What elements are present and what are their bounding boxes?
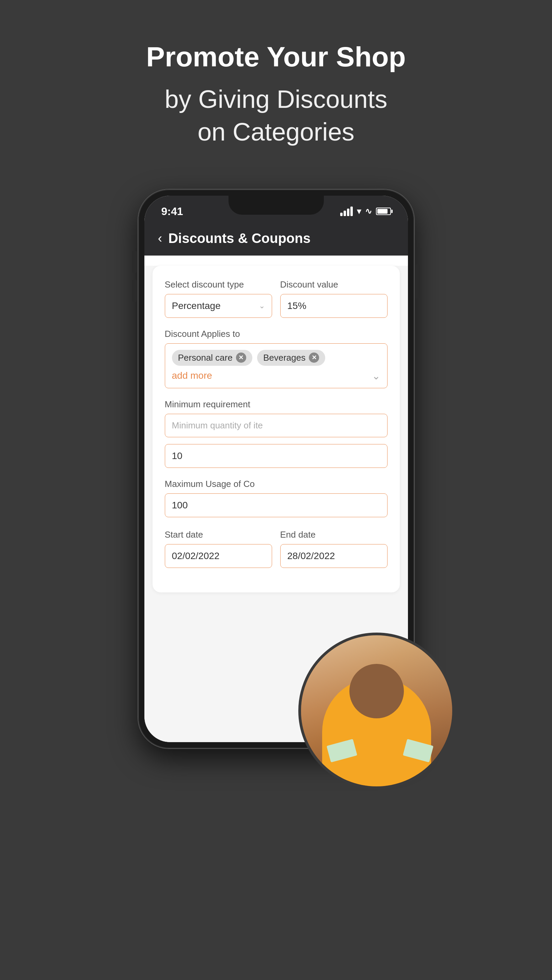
remove-beverages-button[interactable]: ✕	[309, 353, 319, 363]
page-background: Promote Your Shop by Giving Discounts on…	[0, 0, 552, 980]
page-subtitle: by Giving Discounts on Categories	[146, 83, 405, 148]
max-usage-input[interactable]: 100	[165, 493, 388, 517]
discount-row: Select discount type Percentage ⌄ Discou…	[165, 279, 388, 318]
applies-to-box[interactable]: Personal care ✕ Beverages ✕ add	[165, 343, 388, 388]
tags-row: Personal care ✕ Beverages ✕	[172, 350, 380, 366]
wifi-symbol: ∿	[365, 207, 372, 216]
min-qty-group: 10	[165, 444, 388, 468]
discount-value-group: Discount value 15%	[280, 279, 388, 318]
tag-label: Beverages	[263, 353, 305, 363]
add-more-chevron-icon: ⌄	[372, 370, 380, 382]
person-image	[298, 633, 455, 789]
min-req-label: Minimum requirement	[165, 399, 388, 410]
discount-type-group: Select discount type Percentage ⌄	[165, 279, 272, 318]
min-req-input[interactable]: Minimum quantity of ite	[165, 414, 388, 437]
volume-up-button	[132, 251, 137, 273]
battery-icon	[376, 208, 391, 215]
page-header: Promote Your Shop by Giving Discounts on…	[119, 0, 433, 176]
wifi-icon: ▾︎	[357, 207, 361, 216]
nav-bar: ‹ Discounts & Coupons	[144, 221, 408, 256]
discount-value-label: Discount value	[280, 279, 388, 290]
start-date-group: Start date 02/02/2022	[165, 530, 272, 568]
end-date-input[interactable]: 28/02/2022	[280, 544, 388, 568]
discount-type-label: Select discount type	[165, 279, 272, 290]
end-date-group: End date 28/02/2022	[280, 530, 388, 568]
max-usage-group: Maximum Usage of Co 100	[165, 479, 388, 517]
nav-title: Discounts & Coupons	[168, 231, 311, 246]
notch	[228, 196, 324, 215]
signal-icon	[340, 207, 353, 216]
add-more-row: add more ⌄	[172, 370, 380, 382]
applies-to-label: Discount Applies to	[165, 329, 388, 339]
applies-to-group: Discount Applies to Personal care ✕ Beve…	[165, 329, 388, 388]
page-title: Promote Your Shop	[146, 41, 405, 73]
status-time: 9:41	[161, 205, 183, 218]
discount-value-input[interactable]: 15%	[280, 294, 388, 318]
back-icon[interactable]: ‹	[158, 231, 163, 246]
status-icons: ▾︎ ∿	[340, 207, 391, 216]
volume-down-button	[132, 280, 137, 302]
tag-personal-care[interactable]: Personal care ✕	[172, 350, 252, 366]
max-usage-label: Maximum Usage of Co	[165, 479, 388, 489]
start-date-label: Start date	[165, 530, 272, 540]
date-row: Start date 02/02/2022 End date 28/02/202…	[165, 530, 388, 568]
discount-type-dropdown[interactable]: Percentage ⌄	[165, 294, 272, 318]
tag-beverages[interactable]: Beverages ✕	[257, 350, 325, 366]
form-card: Select discount type Percentage ⌄ Discou…	[153, 266, 400, 592]
tag-label: Personal care	[178, 353, 233, 363]
power-button	[415, 264, 420, 298]
remove-personal-care-button[interactable]: ✕	[236, 353, 246, 363]
end-date-label: End date	[280, 530, 388, 540]
min-qty-input[interactable]: 10	[165, 444, 388, 468]
min-requirement-group: Minimum requirement Minimum quantity of …	[165, 399, 388, 437]
start-date-input[interactable]: 02/02/2022	[165, 544, 272, 568]
add-more-button[interactable]: add more	[172, 370, 212, 381]
dropdown-chevron-icon: ⌄	[259, 301, 265, 310]
